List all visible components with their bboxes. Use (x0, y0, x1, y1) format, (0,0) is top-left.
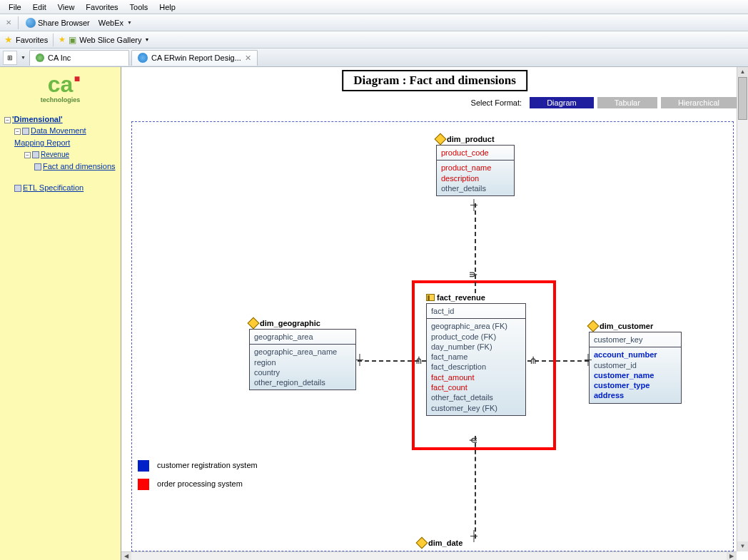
report-icon (14, 185, 21, 192)
collapse-icon[interactable]: − (4, 117, 11, 123)
ca-logo: ca■ technologies (4, 74, 116, 103)
entity-title: dim_geographic (260, 319, 320, 327)
page-title: Diagram : Fact and dimensions (342, 70, 527, 91)
format-selector: Select Format: Diagram Tabular Hierarchi… (121, 97, 737, 108)
share-browser-button[interactable]: Share Browser (22, 17, 94, 29)
nav-tree: −'Dimensional' −Data Movement Mapping Re… (4, 113, 116, 194)
scroll-right-icon[interactable]: ▶ (727, 552, 737, 560)
legend-swatch-blue (138, 460, 149, 472)
col: description (441, 173, 510, 183)
dimension-icon (248, 317, 260, 330)
legend-swatch-red (138, 479, 149, 490)
entity-title: dim_product (447, 135, 495, 143)
globe-icon (36, 54, 44, 62)
tree-fact-dimensions[interactable]: Fact and dimensions (43, 162, 116, 170)
col: geographic_area_name (254, 347, 351, 357)
connector (475, 203, 476, 293)
tab-label: CA Inc (48, 54, 71, 62)
quick-tabs-button[interactable]: ⊞ (3, 51, 17, 65)
collapse-icon[interactable]: − (24, 152, 31, 158)
col: address (594, 390, 677, 400)
cardinality-one: ┼ (356, 354, 363, 365)
entity-dim-product[interactable]: dim_product product_code product_name de… (436, 135, 515, 196)
sidebar: ca■ technologies −'Dimensional' −Data Mo… (0, 67, 121, 560)
format-hierarchical-button[interactable]: Hierarchical (661, 97, 737, 108)
tab-erwin-report[interactable]: CA ERwin Report Desig... ✕ (131, 50, 258, 66)
dimension-icon (435, 133, 447, 146)
menu-view[interactable]: View (52, 1, 81, 13)
scroll-thumb[interactable] (738, 77, 747, 120)
format-tabular-button[interactable]: Tabular (597, 97, 657, 108)
web-slice-label[interactable]: Web Slice Gallery (79, 36, 141, 44)
legend-label-blue: customer registration system (157, 461, 258, 469)
close-icon[interactable]: ✕ (3, 19, 14, 26)
scroll-down-icon[interactable]: ▼ (737, 541, 748, 551)
col: customer_id (594, 360, 677, 370)
logo-subtitle: technologies (4, 96, 116, 103)
star-icon: ★ (4, 34, 13, 45)
tab-label: CA ERwin Report Desig... (151, 54, 241, 62)
cardinality-many: ⋔ (415, 355, 423, 366)
dimension-icon (587, 320, 600, 332)
report-icon (32, 151, 39, 158)
tree-etl-spec[interactable]: ETL Specification (23, 183, 84, 192)
report-icon (34, 163, 41, 170)
entity-dim-geographic[interactable]: dim_geographic geographic_area geographi… (249, 319, 356, 390)
menu-tools[interactable]: Tools (124, 1, 154, 13)
horizontal-scrollbar[interactable]: ◀ ▶ (121, 551, 737, 560)
scroll-left-icon[interactable]: ◀ (121, 552, 131, 560)
toolbar-2: ★ Favorites ★ ▣ Web Slice Gallery ▼ (0, 31, 748, 49)
chevron-down-icon: ▼ (144, 37, 149, 42)
share-browser-label: Share Browser (38, 19, 90, 27)
report-icon (22, 128, 29, 135)
menu-help[interactable]: Help (153, 1, 181, 13)
tree-root[interactable]: 'Dimensional' (12, 115, 63, 123)
cardinality-one: ┼ (585, 354, 592, 365)
legend-label-red: order processing system (157, 479, 243, 488)
star-small-icon[interactable]: ★ (59, 35, 66, 44)
webex-button[interactable]: WebEx ▼ (95, 18, 136, 28)
col-product-code: product_code (441, 148, 510, 158)
entity-dim-date[interactable]: dim_date (418, 539, 517, 549)
tab-bar: ⊞ ▼ CA Inc CA ERwin Report Desig... ✕ (0, 49, 748, 67)
cardinality-many: ⋔ (529, 355, 537, 366)
menu-edit[interactable]: Edit (27, 1, 52, 13)
collapse-icon[interactable]: − (14, 128, 21, 135)
chevron-down-icon: ▼ (127, 20, 132, 25)
ie-icon (138, 53, 148, 63)
col: customer_type (594, 380, 677, 390)
diagram-canvas[interactable]: dim_product product_code product_name de… (131, 121, 734, 551)
entity-title: dim_date (428, 539, 463, 547)
menu-file[interactable]: File (3, 1, 27, 13)
tab-ca-inc[interactable]: CA Inc (29, 50, 129, 66)
content-area: Diagram : Fact and dimensions Select For… (121, 67, 748, 560)
globe-icon (26, 18, 36, 28)
col: customer_name (594, 370, 677, 380)
legend: customer registration system order proce… (138, 460, 258, 497)
close-tab-icon[interactable]: ✕ (245, 54, 251, 63)
cardinality-one: ┼ (470, 199, 477, 210)
cardinality-many: ⋔ (468, 270, 479, 279)
entity-dim-customer[interactable]: dim_customer customer_key account_number… (589, 322, 682, 404)
cardinality-one: ┼ (470, 530, 477, 541)
col: other_region_details (254, 377, 351, 387)
chevron-down-icon[interactable]: ▼ (21, 55, 26, 60)
format-label: Select Format: (471, 98, 522, 107)
col: account_number (594, 350, 677, 360)
toolbar-1: ✕ Share Browser WebEx ▼ (0, 14, 748, 31)
col: geographic_area (254, 332, 351, 342)
feed-icon[interactable]: ▣ (69, 35, 76, 45)
cardinality-many: ⋔ (468, 436, 479, 444)
col: country (254, 367, 351, 377)
tree-revenue[interactable]: Revenue (41, 151, 69, 158)
entity-title: dim_customer (600, 322, 653, 330)
scroll-up-icon[interactable]: ▲ (737, 67, 748, 77)
col: customer_key (594, 335, 677, 345)
vertical-scrollbar[interactable]: ▲ ▼ (737, 67, 748, 551)
dimension-icon (416, 537, 428, 549)
format-diagram-button[interactable]: Diagram (530, 97, 594, 108)
favorites-label[interactable]: Favorites (16, 36, 48, 44)
menu-favorites[interactable]: Favorites (80, 1, 123, 13)
webex-label: WebEx (98, 19, 123, 27)
menu-bar: File Edit View Favorites Tools Help (0, 0, 748, 14)
